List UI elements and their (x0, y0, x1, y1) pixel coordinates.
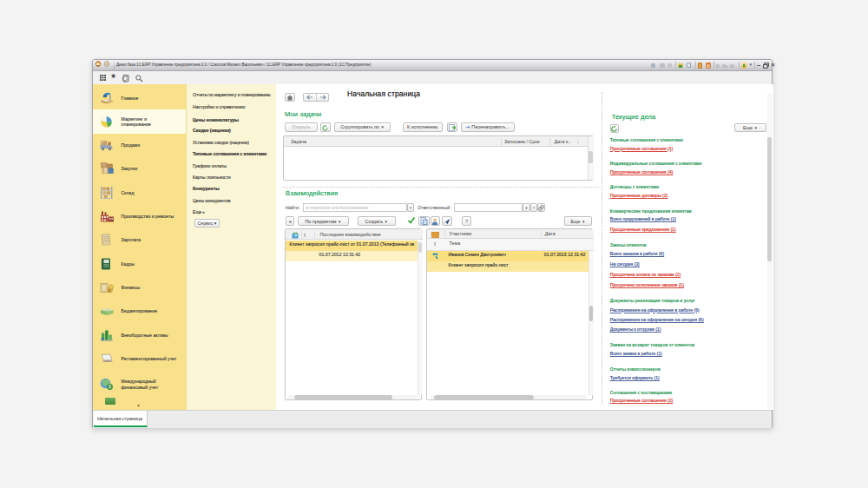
svg-text:$: $ (108, 384, 111, 389)
